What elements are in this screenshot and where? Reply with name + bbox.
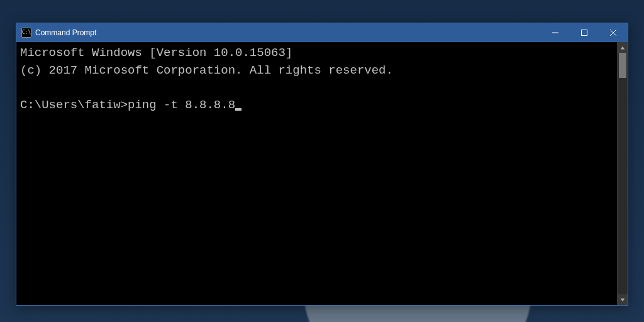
prompt-text: C:\Users\fatiw> (20, 98, 128, 112)
svg-rect-0 (582, 30, 587, 36)
vertical-scrollbar[interactable] (617, 42, 628, 305)
output-line-1: Microsoft Windows [Version 10.0.15063] (20, 46, 292, 60)
command-text: ping -t 8.8.8.8 (128, 98, 235, 112)
text-cursor (235, 108, 242, 111)
scroll-thumb[interactable] (619, 53, 626, 78)
terminal-output[interactable]: Microsoft Windows [Version 10.0.15063] (… (16, 42, 617, 305)
scroll-up-button[interactable] (618, 42, 628, 53)
cmd-icon: C:\ (21, 28, 31, 38)
minimize-button[interactable] (541, 23, 570, 42)
window-title: Command Prompt (35, 28, 96, 37)
command-prompt-window: C:\ Command Prompt Microsoft Windows [Ve… (16, 23, 628, 306)
close-button[interactable] (599, 23, 628, 42)
titlebar[interactable]: C:\ Command Prompt (16, 23, 628, 42)
scroll-down-button[interactable] (618, 294, 628, 305)
output-line-2: (c) 2017 Microsoft Corporation. All righ… (20, 64, 393, 77)
desktop-background: C:\ Command Prompt Microsoft Windows [Ve… (0, 0, 644, 322)
maximize-button[interactable] (570, 23, 599, 42)
client-area: Microsoft Windows [Version 10.0.15063] (… (16, 42, 628, 305)
scroll-track[interactable] (618, 53, 628, 294)
